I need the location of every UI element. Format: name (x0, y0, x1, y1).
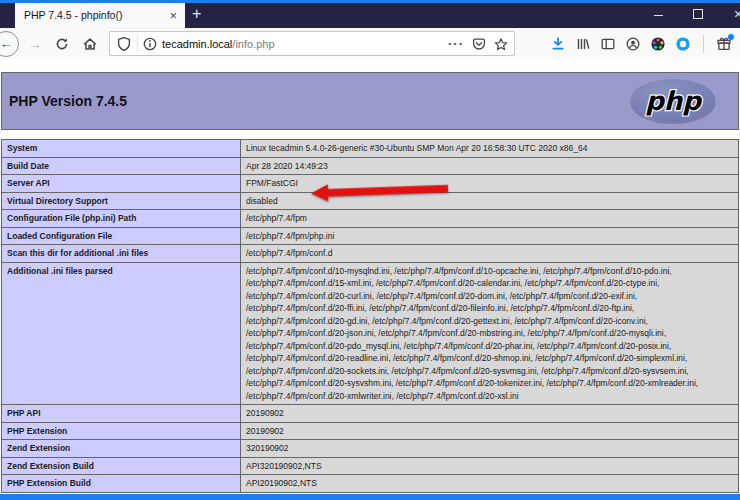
phpinfo-header: PHP Version 7.4.5 php (1, 72, 739, 130)
row-label: PHP Extension (2, 422, 241, 440)
maximize-icon (693, 9, 703, 19)
tab-close-icon[interactable]: × (165, 8, 185, 23)
toolbar-right-icons: ☰ (550, 28, 740, 59)
window-minimize-button[interactable] (646, 0, 670, 28)
table-row: Zend Extension BuildAPI320190902,NTS (2, 457, 739, 475)
table-row: SystemLinux tecadmin 5.4.0-26-generic #3… (2, 140, 739, 158)
table-row: Loaded Configuration File/etc/php/7.4/fp… (2, 227, 739, 245)
table-row: PHP Extension BuildAPI20190902,NTS (2, 475, 739, 493)
window-maximize-button[interactable] (686, 0, 710, 28)
back-button[interactable]: ← (0, 31, 19, 57)
url-text[interactable]: tecadmin.local/info.php (162, 38, 275, 50)
url-path: /info.php (232, 38, 274, 50)
window-close-button[interactable]: × (726, 0, 740, 28)
library-icon[interactable] (575, 36, 591, 52)
tab-title: PHP 7.4.5 - phpinfo() (15, 9, 165, 21)
notification-dot (728, 34, 734, 40)
page-actions-icon[interactable]: ··· (448, 36, 464, 51)
row-value: 20190902 (241, 405, 739, 423)
row-label: Zend Extension Build (2, 457, 241, 475)
row-label: PHP API (2, 405, 241, 423)
row-value: 20190902 (241, 422, 739, 440)
row-label: Zend Extension (2, 440, 241, 458)
row-value: API320190902,NTS (241, 457, 739, 475)
row-label: Configuration File (php.ini) Path (2, 210, 241, 228)
row-label: Additional .ini files parsed (2, 262, 241, 405)
row-value: 320190902 (241, 440, 739, 458)
tracking-protection-shield-icon[interactable] (116, 36, 132, 52)
page-title: PHP Version 7.4.5 (2, 93, 629, 109)
blue-ring-addon-icon[interactable] (675, 36, 691, 52)
row-value: /etc/php/7.4/fpm/php.ini (241, 227, 739, 245)
color-wheel-addon-icon[interactable] (650, 36, 666, 52)
url-host: tecadmin.local (162, 38, 232, 50)
row-label: PHP Extension Build (2, 475, 241, 493)
row-label: Build Date (2, 157, 241, 175)
row-label: System (2, 140, 241, 158)
table-row: Build DateApr 28 2020 14:49:23 (2, 157, 739, 175)
table-row: Zend Extension320190902 (2, 440, 739, 458)
new-tab-button[interactable]: + (192, 3, 201, 25)
account-icon[interactable] (625, 36, 641, 52)
site-info-icon[interactable] (142, 36, 158, 52)
browser-tab[interactable]: PHP 7.4.5 - phpinfo() × (15, 2, 185, 28)
home-button[interactable] (82, 36, 98, 52)
sidebar-toggle-icon[interactable] (600, 36, 616, 52)
table-row: Additional .ini files parsed/etc/php/7.4… (2, 262, 739, 405)
whats-new-gift-button[interactable] (716, 36, 732, 52)
table-row: PHP API20190902 (2, 405, 739, 423)
table-row: Configuration File (php.ini) Path/etc/ph… (2, 210, 739, 228)
row-value: API20190902,NTS (241, 475, 739, 493)
annotation-line-bottom (0, 494, 740, 500)
page-viewport: PHP Version 7.4.5 php SystemLinux tecadm… (0, 59, 740, 500)
row-label: Server API (2, 175, 241, 193)
toolbar-separator (703, 35, 704, 53)
row-value: /etc/php/7.4/fpm (241, 210, 739, 228)
row-value: /etc/php/7.4/fpm/conf.d/10-mysqlnd.ini, … (241, 262, 739, 405)
urlbar-divider (137, 36, 138, 51)
row-label: Virtual Directory Support (2, 192, 241, 210)
minimize-icon (654, 15, 663, 17)
browser-toolbar: ← → tecadmin.local/info.php ··· (0, 28, 740, 60)
url-bar[interactable]: tecadmin.local/info.php ··· (109, 31, 515, 56)
reload-button[interactable] (54, 36, 70, 52)
pocket-icon[interactable] (471, 36, 487, 52)
row-value: Apr 28 2020 14:49:23 (241, 157, 739, 175)
window-titlebar: PHP 7.4.5 - phpinfo() × + × (0, 0, 740, 28)
bookmark-star-icon[interactable] (493, 36, 509, 52)
row-value: /etc/php/7.4/fpm/conf.d (241, 245, 739, 263)
row-label: Scan this dir for additional .ini files (2, 245, 241, 263)
annotation-line-top (0, 0, 740, 3)
forward-button[interactable]: → (24, 36, 46, 52)
table-row: Scan this dir for additional .ini files/… (2, 245, 739, 263)
row-label: Loaded Configuration File (2, 227, 241, 245)
table-row: PHP Extension20190902 (2, 422, 739, 440)
row-value: Linux tecadmin 5.4.0-26-generic #30-Ubun… (241, 140, 739, 158)
php-logo[interactable]: php (629, 77, 717, 125)
php-logo-text: php (645, 86, 703, 116)
downloads-icon[interactable] (550, 36, 566, 52)
